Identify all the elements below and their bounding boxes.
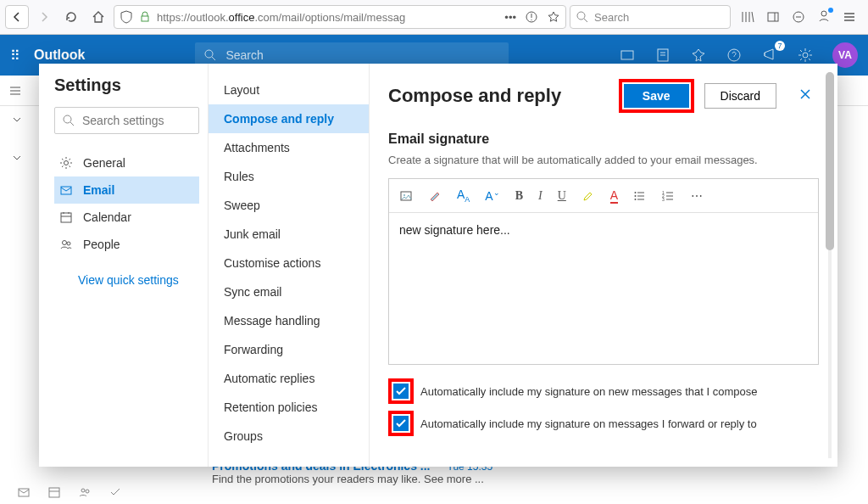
svg-point-16 bbox=[64, 161, 69, 165]
bold-button[interactable]: B bbox=[515, 189, 523, 203]
bookmark-icon[interactable] bbox=[547, 10, 560, 24]
svg-point-24 bbox=[635, 195, 637, 197]
home-button[interactable] bbox=[86, 5, 110, 29]
option-layout[interactable]: Layout bbox=[209, 76, 369, 104]
discard-button[interactable]: Discard bbox=[704, 83, 776, 109]
help-icon[interactable] bbox=[726, 47, 743, 64]
outlook-title: Outlook bbox=[34, 48, 85, 63]
library-icon[interactable] bbox=[741, 10, 754, 24]
font-picker-icon[interactable]: A⌄ bbox=[485, 188, 499, 203]
close-button[interactable] bbox=[792, 84, 819, 109]
close-icon bbox=[798, 87, 812, 101]
forward-button[interactable] bbox=[32, 5, 56, 29]
teams-icon[interactable] bbox=[619, 47, 636, 64]
meatball-icon[interactable]: ••• bbox=[504, 11, 516, 24]
mail-icon[interactable] bbox=[17, 485, 31, 499]
app-launcher-icon[interactable]: ⠿ bbox=[10, 48, 22, 64]
settings-gear-icon[interactable] bbox=[797, 47, 814, 64]
category-calendar[interactable]: Calendar bbox=[54, 204, 199, 231]
account-icon[interactable] bbox=[817, 9, 831, 25]
highlight-box bbox=[388, 411, 414, 436]
editor-textarea[interactable]: new signature here... bbox=[389, 213, 818, 364]
svg-point-20 bbox=[67, 242, 70, 245]
category-general[interactable]: General bbox=[54, 149, 199, 176]
stop-icon[interactable] bbox=[792, 10, 805, 24]
svg-point-22 bbox=[403, 194, 405, 196]
message-preview: Find the promotions your readers may lik… bbox=[212, 473, 843, 485]
calendar-icon[interactable] bbox=[47, 485, 61, 499]
view-quick-settings-link[interactable]: View quick settings bbox=[78, 273, 199, 287]
option-compose-and-reply[interactable]: Compose and reply bbox=[209, 104, 369, 133]
option-sync-email[interactable]: Sync email bbox=[209, 277, 369, 306]
svg-point-15 bbox=[64, 115, 71, 123]
reload-button[interactable] bbox=[59, 5, 83, 29]
section-desc: Create a signature that will be automati… bbox=[388, 154, 819, 166]
menu-icon[interactable] bbox=[843, 10, 856, 24]
paint-icon[interactable] bbox=[428, 189, 442, 203]
category-label: Calendar bbox=[83, 210, 131, 224]
content-pane: Compose and reply Save Discard Email sig… bbox=[370, 64, 837, 467]
settings-sidebar: Settings Search settings General Email C… bbox=[39, 64, 209, 467]
checkmark-icon bbox=[396, 387, 406, 395]
number-list-icon[interactable]: 123 bbox=[662, 189, 676, 203]
svg-point-14 bbox=[86, 490, 89, 493]
checkbox-forward-reply[interactable] bbox=[393, 416, 409, 431]
permissions-icon[interactable] bbox=[525, 10, 538, 24]
option-sweep[interactable]: Sweep bbox=[209, 191, 369, 220]
url-bar[interactable]: https://outlook.office.com/mail/options/… bbox=[114, 5, 566, 29]
category-label: Email bbox=[83, 183, 114, 197]
option-attachments[interactable]: Attachments bbox=[209, 133, 369, 162]
option-forwarding[interactable]: Forwarding bbox=[209, 335, 369, 364]
category-people[interactable]: People bbox=[54, 231, 199, 258]
option-automatic-replies[interactable]: Automatic replies bbox=[209, 364, 369, 393]
premium-icon[interactable] bbox=[690, 47, 707, 64]
tasks-icon[interactable] bbox=[108, 485, 122, 499]
option-retention-policies[interactable]: Retention policies bbox=[209, 393, 369, 422]
editor-toolbar: AA A⌄ B I U A 123 ⋯ bbox=[389, 179, 818, 213]
sidebar-icon[interactable] bbox=[766, 10, 780, 24]
option-customise-actions[interactable]: Customise actions bbox=[209, 249, 369, 277]
scrollbar[interactable] bbox=[826, 72, 834, 458]
font-color-icon[interactable]: A bbox=[610, 188, 618, 204]
browser-search[interactable]: Search bbox=[570, 5, 731, 29]
menu-icon[interactable] bbox=[8, 84, 22, 98]
notes-icon[interactable] bbox=[654, 47, 671, 64]
underline-button[interactable]: U bbox=[558, 189, 566, 203]
font-size-icon[interactable]: AA bbox=[457, 188, 470, 204]
checkbox-label: Automatically include my signature on ne… bbox=[420, 385, 757, 398]
search-placeholder: Search bbox=[594, 11, 629, 24]
bullet-list-icon[interactable] bbox=[633, 189, 647, 203]
option-groups[interactable]: Groups bbox=[209, 422, 369, 451]
announcements-icon[interactable] bbox=[761, 46, 778, 65]
chevron-down-icon[interactable] bbox=[10, 113, 24, 126]
image-icon[interactable] bbox=[399, 189, 413, 203]
save-button[interactable]: Save bbox=[624, 84, 689, 108]
option-message-handling[interactable]: Message handling bbox=[209, 306, 369, 335]
option-junk-email[interactable]: Junk email bbox=[209, 220, 369, 249]
italic-button[interactable]: I bbox=[538, 189, 542, 203]
more-icon[interactable]: ⋯ bbox=[691, 189, 703, 203]
calendar-icon bbox=[59, 210, 73, 224]
checkmark-icon bbox=[396, 419, 406, 428]
lock-icon bbox=[138, 10, 152, 24]
shield-icon bbox=[120, 10, 133, 24]
search-settings-input[interactable]: Search settings bbox=[54, 107, 199, 134]
content-title: Compose and reply bbox=[388, 85, 609, 107]
signature-editor: AA A⌄ B I U A 123 ⋯ new signature here..… bbox=[388, 178, 819, 365]
svg-rect-3 bbox=[768, 13, 778, 21]
people-icon bbox=[59, 238, 73, 251]
people-icon[interactable] bbox=[78, 485, 92, 499]
options-list: Layout Compose and reply Attachments Rul… bbox=[209, 64, 370, 467]
svg-point-5 bbox=[821, 11, 826, 16]
category-email[interactable]: Email bbox=[54, 176, 199, 204]
option-rules[interactable]: Rules bbox=[209, 162, 369, 191]
svg-rect-12 bbox=[49, 488, 59, 497]
svg-rect-18 bbox=[61, 213, 71, 222]
svg-rect-7 bbox=[621, 51, 633, 59]
highlight-icon[interactable] bbox=[581, 189, 595, 203]
back-button[interactable] bbox=[5, 5, 29, 29]
checkbox-new-messages[interactable] bbox=[393, 384, 409, 399]
highlight-box bbox=[388, 378, 414, 404]
section-title: Email signature bbox=[388, 132, 819, 147]
chevron-down-icon[interactable] bbox=[10, 151, 24, 165]
